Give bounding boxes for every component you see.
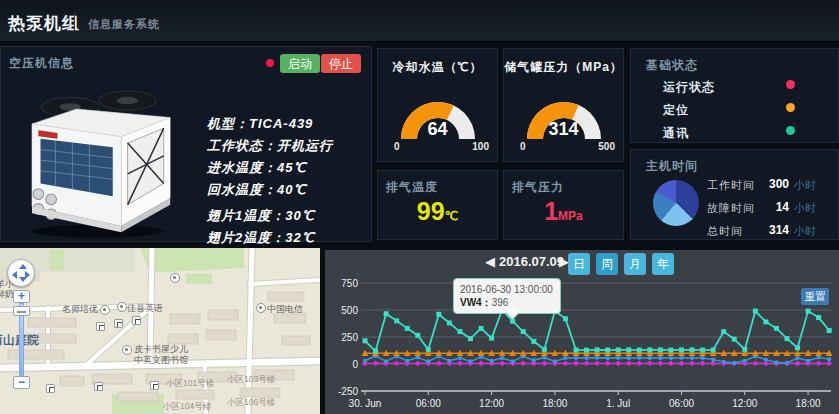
map-zoom-handle[interactable] [13,306,30,316]
map-entrance-icon [114,319,123,328]
svg-text:06:00: 06:00 [669,398,694,409]
header-divider [74,12,75,31]
map-label: 鲜奶 [0,288,14,301]
start-button[interactable]: 启动 [280,54,320,73]
svg-text:30. Jun: 30. Jun [349,398,382,409]
work-time-value: 300 [749,177,789,191]
svg-text:06:00: 06:00 [416,398,441,409]
exhaust-pressure-panel: 排气压力 1MPa [503,170,624,240]
field-work-state: 工作状态开机运行 [207,137,333,155]
map-poi-icon [100,305,110,315]
basic-status-panel: 基础状态 运行状态 定位 通讯 [630,48,839,143]
map-poi-icon [122,345,132,355]
status-locate-label: 定位 [663,102,689,119]
map-zoom-in-button[interactable]: + [13,290,30,303]
gauge-min-label: 0 [520,141,526,152]
status-run-label: 运行状态 [663,79,715,96]
pan-right-icon[interactable] [25,271,30,279]
heat-pump-image [15,79,185,239]
status-comm-label: 通讯 [663,125,689,142]
svg-text:18:00: 18:00 [542,398,567,409]
exhaust-temp-panel: 排气温度 99℃ [377,170,498,240]
tooltip-datetime: 2016-06-30 13:00:00 [460,283,554,296]
map-entrance-icon [46,384,55,393]
cooling-water-temp-gauge-panel: 冷却水温（℃） 64 0 100 [377,48,498,162]
gauge-value: 64 [378,119,497,140]
status-locate-dot [786,103,795,112]
field-fin2-temp: 翅片2温度32℃ [207,229,315,247]
svg-text:0: 0 [352,359,358,370]
map-label: 中英文图书馆 [134,354,188,367]
map-label: 小区103号楼 [227,374,275,386]
map-label: 小区101号楼 [166,378,214,390]
map-zoom-out-button[interactable]: − [13,376,30,389]
map-pan-control[interactable] [7,259,35,287]
svg-text:12:00: 12:00 [479,398,504,409]
app-title: 热泵机组 [8,12,80,35]
pan-up-icon[interactable] [19,264,27,269]
work-time-label: 工作时间 [707,178,755,193]
fault-time-unit: 小时 [794,201,816,216]
map-label: 佳音英语 [127,302,163,315]
host-panel-title: 主机时间 [646,158,698,175]
compressor-panel-title: 空压机信息 [9,55,74,72]
status-comm-dot [786,126,795,135]
map-label: 小区106号楼 [227,397,275,409]
location-map[interactable]: 名师培优佳音英语中国电信皮卡书屋少儿中英文图书馆西山庭院小区101号楼小区103… [0,248,320,414]
work-time-unit: 小时 [794,178,816,193]
field-model: 机型TICA-439 [207,115,313,133]
total-time-unit: 小时 [794,224,816,239]
tank-pressure-gauge-panel: 储气罐压力（MPa） 314 0 500 [503,48,624,162]
total-time-value: 314 [749,223,789,237]
svg-text:500: 500 [341,305,358,316]
app-header: 热泵机组 信息服务系统 [0,0,839,42]
field-fin1-temp: 翅片1温度30℃ [207,207,315,225]
map-entrance-icon [132,316,141,325]
svg-text:-250: -250 [338,386,358,397]
exhaust-temp-value: 99℃ [378,197,497,226]
map-entrance-icon [96,322,105,331]
chart-tooltip: 2016-06-30 13:00:00 VW4：396 [453,278,561,314]
map-entrance-icon [94,382,103,391]
gauge-max-label: 500 [598,141,615,152]
svg-text:250: 250 [341,332,358,343]
metric-title: 排气温度 [386,179,438,196]
host-time-panel: 主机时间 工作时间 300 小时 故障时间 14 小时 总时间 314 小时 [630,149,839,240]
gauge-min-label: 0 [394,141,400,152]
svg-text:750: 750 [341,278,358,289]
map-poi-icon [170,273,180,283]
map-label: 小区104号楼 [163,401,211,413]
map-label: 名师培优 [62,303,98,316]
exhaust-pressure-value: 1MPa [504,197,623,226]
svg-text:1. Jul: 1. Jul [606,398,630,409]
run-status-dot [266,59,274,67]
status-run-dot [786,80,795,89]
app-subtitle: 信息服务系统 [88,17,160,32]
trend-chart-panel: ◀ 2016.07.09 ▶ 日 周 月 年 重置 7505002500-250… [325,250,839,414]
metric-title: 排气压力 [512,179,564,196]
map-entrance-icon [150,381,159,390]
compressor-info-panel: 空压机信息 启动 停止 机型TICA-439 工作状态 [0,46,372,242]
stop-button[interactable]: 停止 [321,54,361,73]
chart-plot[interactable]: 7505002500-25030. Jun06:0012:0018:001. J… [325,250,839,414]
host-time-pie-chart [653,180,699,226]
gauge-max-label: 100 [472,141,489,152]
field-inlet-temp: 进水温度45℃ [207,159,306,177]
gauge-value: 314 [504,119,623,140]
status-panel-title: 基础状态 [646,57,698,74]
field-return-temp: 回水温度40℃ [207,181,306,199]
map-poi-icon [117,302,127,312]
map-poi-icon [256,303,266,313]
total-time-label: 总时间 [707,224,743,239]
svg-text:12:00: 12:00 [732,398,757,409]
tooltip-value-line: VW4：396 [460,296,554,309]
svg-text:18:00: 18:00 [796,398,821,409]
pan-left-icon[interactable] [12,271,17,279]
map-label: 中国电信 [267,303,303,316]
fault-time-value: 14 [749,200,789,214]
fault-time-label: 故障时间 [707,201,755,216]
